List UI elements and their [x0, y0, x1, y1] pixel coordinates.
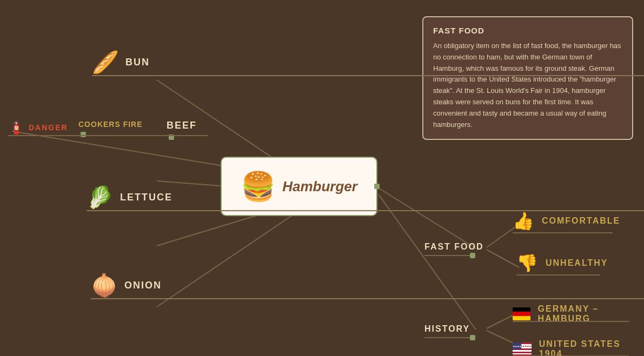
history-branch-label: HISTORY [424, 324, 470, 334]
node-lettuce: 🥬 LETTUCE [87, 186, 644, 208]
us-flag-icon: ★★★★★★★★★★★★★★★★★★★★★★★★★★★★★★★★★★★★★★★★… [513, 342, 532, 355]
thumbs-down-icon: 👎 [516, 253, 538, 273]
comfortable-label: COMFORTABLE [542, 216, 620, 226]
svg-line-1 [157, 181, 227, 186]
node-unhealthy: 👎 UNHEALTHY [516, 253, 608, 273]
lettuce-label: LETTUCE [120, 192, 172, 203]
danger-row-underline [8, 135, 208, 136]
cookers-connector-dot [81, 132, 86, 137]
lettuce-icon: 🥬 [87, 186, 114, 208]
danger-label: DANGER [29, 123, 68, 132]
comfortable-underline [513, 232, 613, 233]
unhealthy-label: UNHEALTHY [546, 258, 608, 268]
node-bun: 🥖 BUN [92, 51, 644, 73]
fire-extinguisher-icon: 🧯 [8, 120, 24, 135]
onion-underline [91, 298, 644, 299]
bun-underline [92, 75, 644, 76]
node-comfortable: 👍 COMFORTABLE [513, 211, 620, 231]
onion-icon: 🧅 [91, 274, 118, 296]
beef-label: BEEF [167, 120, 197, 131]
fast-food-connector-dot [470, 253, 475, 258]
germany-flag-icon [513, 307, 530, 320]
us-label: UNITED STATES 1904 [539, 339, 644, 356]
node-danger: 🧯 DANGER [8, 120, 68, 135]
svg-line-8 [379, 194, 476, 330]
node-us: ★★★★★★★★★★★★★★★★★★★★★★★★★★★★★★★★★★★★★★★★… [513, 339, 644, 356]
cookers-fire-label: COOKERS FIRE [78, 120, 143, 129]
history-connector-dot [470, 335, 475, 340]
node-onion: 🧅 ONION [91, 274, 644, 296]
info-box-title: FAST FOOD [433, 26, 622, 35]
history-underline [424, 337, 473, 338]
info-box: FAST FOOD An obligatory item on the list… [422, 16, 633, 140]
fast-food-branch-label: FAST FOOD [424, 242, 484, 252]
germany-underline [513, 321, 629, 322]
bun-label: BUN [125, 57, 150, 68]
thumbs-up-icon: 👍 [513, 211, 534, 231]
onion-label: ONION [124, 280, 162, 291]
unhealthy-underline [516, 274, 600, 276]
svg-line-7 [487, 250, 519, 267]
fast-food-underline [424, 255, 473, 256]
bun-icon: 🥖 [92, 51, 119, 73]
node-beef: BEEF [167, 120, 197, 131]
node-cookers-fire: COOKERS FIRE [78, 120, 143, 129]
